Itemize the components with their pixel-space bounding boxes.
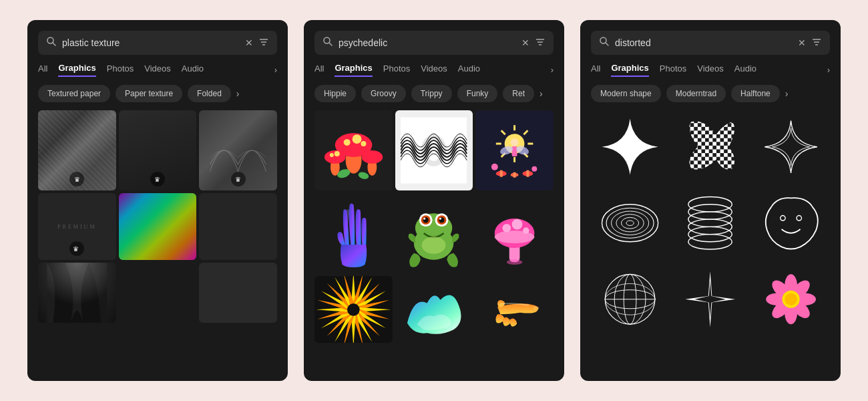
tab-audio-3[interactable]: Audio — [734, 63, 756, 76]
search-input-2[interactable] — [339, 37, 516, 48]
svg-point-113 — [781, 216, 785, 221]
tab-all-1[interactable]: All — [38, 63, 47, 76]
tab-all-2[interactable]: All — [314, 63, 324, 76]
tabs-2: All Graphics Photos Videos Audio › — [314, 63, 554, 77]
chip-funky[interactable]: Funky — [457, 85, 498, 102]
chip-hippie[interactable]: Hippie — [314, 85, 356, 102]
svg-point-102 — [606, 209, 654, 239]
grid-cell-d-9[interactable] — [752, 263, 830, 336]
tab-graphics-3[interactable]: Graphics — [611, 63, 648, 77]
svg-point-55 — [424, 218, 426, 220]
chip-paper-texture[interactable]: Paper texture — [116, 85, 182, 102]
chips-more-1[interactable]: › — [236, 88, 240, 99]
clear-icon-3[interactable]: ✕ — [798, 37, 806, 48]
grid-cell-2-3[interactable] — [199, 193, 277, 260]
grid-area-3 — [591, 110, 830, 370]
grid-area-1: ♛ ♛ ♛ PREMIUM ♛ — [38, 110, 277, 370]
crown-badge: ♛ — [69, 172, 84, 186]
svg-line-28 — [524, 130, 528, 134]
grid-cell-p-3[interactable] — [475, 110, 554, 190]
grid-cell-1-2[interactable]: ♛ — [119, 110, 197, 190]
grid-cell-2-2[interactable] — [119, 193, 197, 260]
chip-trippy[interactable]: Trippy — [411, 85, 452, 102]
crown-badge: ♛ — [150, 172, 165, 186]
grid-cell-p-4[interactable] — [314, 193, 393, 273]
chips-more-2[interactable]: › — [539, 88, 543, 99]
chips-2: Hippie Groovy Trippy Funky Ret › — [314, 85, 554, 102]
chip-textured-paper[interactable]: Textured paper — [38, 85, 110, 102]
filter-icon-2[interactable] — [535, 37, 546, 49]
svg-point-130 — [785, 293, 797, 306]
grid-2 — [314, 110, 554, 343]
clear-icon-1[interactable]: ✕ — [245, 37, 253, 48]
search-input-3[interactable] — [615, 37, 793, 48]
chip-moderntrad[interactable]: Moderntrad — [666, 85, 726, 102]
tab-all-3[interactable]: All — [591, 63, 600, 76]
tab-photos-2[interactable]: Photos — [383, 63, 410, 76]
tab-graphics-1[interactable]: Graphics — [58, 63, 95, 77]
chip-folded[interactable]: Folded — [188, 85, 231, 102]
grid-cell-p-6[interactable] — [475, 193, 554, 273]
search-icon-1 — [46, 36, 57, 49]
filter-icon-1[interactable] — [258, 37, 269, 49]
grid-cell-p-1[interactable] — [314, 110, 393, 190]
grid-cell-d-4[interactable] — [591, 186, 669, 260]
tab-audio-2[interactable]: Audio — [458, 63, 480, 76]
tab-photos-1[interactable]: Photos — [107, 63, 134, 76]
clear-icon-2[interactable]: ✕ — [521, 37, 529, 48]
chip-modern-shape[interactable]: Modern shape — [591, 85, 661, 102]
svg-point-35 — [511, 138, 519, 146]
tabs-3: All Graphics Photos Videos Audio › — [591, 63, 830, 77]
svg-point-21 — [361, 150, 383, 164]
grid-1: ♛ ♛ ♛ PREMIUM ♛ — [38, 110, 277, 323]
grid-cell-d-5[interactable] — [672, 186, 750, 260]
tabs-more-3[interactable]: › — [827, 65, 830, 75]
chip-groovy[interactable]: Groovy — [361, 85, 406, 102]
svg-line-7 — [329, 43, 332, 45]
grid-cell-d-1[interactable] — [591, 110, 669, 184]
chip-halftone[interactable]: Halftone — [731, 85, 780, 102]
grid-cell-p-2[interactable] — [395, 110, 473, 190]
grid-3 — [591, 110, 830, 336]
tabs-more-1[interactable]: › — [274, 65, 277, 75]
search-input-1[interactable] — [62, 37, 240, 48]
svg-point-114 — [797, 216, 801, 221]
tab-graphics-2[interactable]: Graphics — [335, 63, 372, 77]
tab-audio-1[interactable]: Audio — [182, 63, 204, 76]
tab-photos-3[interactable]: Photos — [660, 63, 686, 76]
grid-cell-1-1[interactable]: ♛ — [38, 110, 116, 190]
grid-cell-d-7[interactable] — [591, 263, 669, 336]
svg-point-63 — [523, 227, 529, 233]
filter-icon-3[interactable] — [811, 37, 822, 49]
svg-point-57 — [422, 237, 446, 254]
grid-cell-d-6[interactable] — [752, 186, 830, 260]
svg-point-90 — [347, 303, 360, 316]
tab-videos-3[interactable]: Videos — [697, 63, 724, 76]
svg-point-46 — [531, 166, 537, 172]
grid-cell-1-3[interactable]: ♛ — [199, 110, 277, 190]
search-bar-1: ✕ — [38, 31, 277, 55]
svg-point-23 — [357, 171, 369, 180]
svg-point-64 — [507, 259, 523, 265]
crown-badge: ♛ — [69, 241, 84, 256]
grid-cell-d-3[interactable] — [752, 110, 830, 184]
grid-cell-p-9[interactable] — [475, 276, 554, 343]
tabs-1: All Graphics Photos Videos Audio › — [38, 63, 277, 77]
svg-point-103 — [611, 211, 648, 235]
panel-plastic-texture: ✕ All Graphics Photos Videos Audio › Tex… — [27, 20, 288, 381]
chips-more-3[interactable]: › — [785, 88, 789, 99]
grid-cell-d-2[interactable] — [672, 110, 750, 184]
grid-cell-3-2[interactable] — [199, 263, 277, 323]
chip-retro[interactable]: Ret — [503, 85, 534, 102]
grid-cell-2-1[interactable]: PREMIUM ♛ — [38, 193, 116, 260]
svg-rect-44 — [527, 170, 529, 177]
grid-cell-p-5[interactable] — [395, 193, 473, 273]
grid-cell-d-8[interactable] — [672, 263, 750, 336]
tab-videos-1[interactable]: Videos — [144, 63, 171, 76]
panel-psychedelic: ✕ All Graphics Photos Videos Audio › Hip… — [304, 20, 564, 381]
grid-cell-p-8[interactable] — [395, 276, 473, 343]
grid-cell-p-7[interactable] — [314, 276, 393, 343]
tabs-more-2[interactable]: › — [551, 65, 554, 75]
grid-cell-3-1[interactable] — [38, 263, 116, 323]
tab-videos-2[interactable]: Videos — [421, 63, 447, 76]
